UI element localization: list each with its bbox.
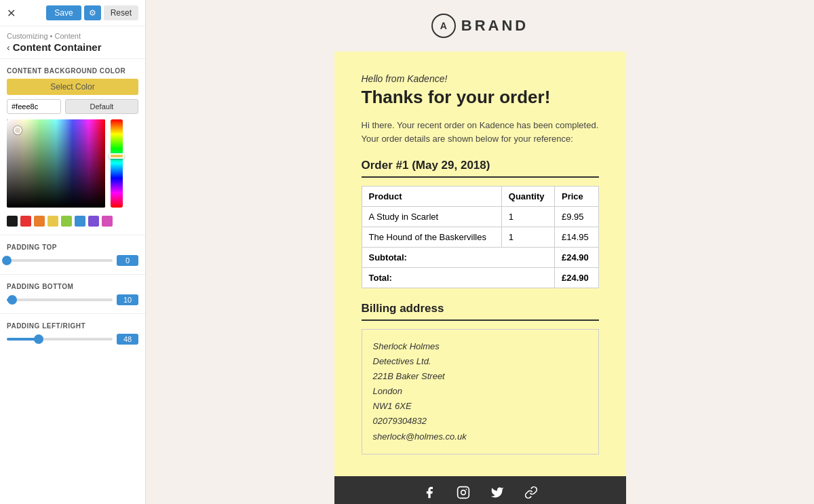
email-container: Hello from Kadence! Thanks for your orde… [334,52,626,476]
subtotal-label: Subtotal: [362,248,555,268]
subtotal-row: Subtotal: £24.90 [362,248,598,268]
instagram-icon[interactable] [457,486,470,503]
email-title: Thanks for your order! [362,87,599,108]
back-arrow-icon[interactable]: ‹ [7,42,10,53]
padding-bottom-section: PADDING BOTTOM 10 [0,274,145,313]
padding-lr-slider-row: 48 [7,334,138,345]
padding-top-slider-row: 0 [7,255,138,266]
panel-back: ‹ Content Container [0,41,145,58]
billing-line-1: Sherlock Holmes [373,339,587,354]
billing-line-3: 221B Baker Street [373,369,587,384]
email-footer [334,476,626,504]
col-product: Product [362,187,501,207]
color-picker-cursor [14,126,22,134]
gear-button[interactable]: ⚙ [84,5,101,20]
close-icon[interactable]: ✕ [7,7,16,20]
svg-point-2 [465,488,467,490]
hue-slider[interactable] [111,119,123,208]
padding-lr-track[interactable] [7,338,113,341]
facebook-icon[interactable] [423,486,436,503]
padding-bottom-thumb[interactable] [7,295,17,305]
swatch-purple[interactable] [88,216,99,227]
svg-point-1 [461,490,465,495]
swatch-yellow[interactable] [47,216,58,227]
panel-title: Content Container [13,41,102,53]
padding-top-section: PADDING TOP 0 [0,235,145,274]
color-picker-row [7,119,138,212]
padding-top-thumb[interactable] [2,256,12,265]
brand-name: BRAND [461,17,528,35]
col-price: Price [555,187,599,207]
row2-price: £14.95 [555,227,599,248]
row1-price: £9.95 [555,207,599,227]
bg-color-label: CONTENT BACKGROUND COLOR [7,67,138,75]
row2-product: The Hound of the Baskervilles [362,227,501,248]
billing-line-6: 02079304832 [373,414,587,429]
main-content: A BRAND Hello from Kadence! Thanks for y… [146,0,814,504]
hex-input[interactable] [7,99,61,114]
padding-lr-value: 48 [117,334,138,345]
padding-lr-section: PADDING LEFT/RIGHT 48 [0,313,145,353]
billing-line-7: sherlock@holmes.co.uk [373,429,587,444]
swatch-red[interactable] [20,216,31,227]
email-body-text: Hi there. Your recent order on Kadence h… [362,119,599,145]
save-button[interactable]: Save [46,5,81,20]
swatch-black[interactable] [7,216,18,227]
order-table: Product Quantity Price A Study in Scarle… [362,186,599,288]
billing-address-box: Sherlock Holmes Detectives Ltd. 221B Bak… [362,329,599,454]
email-hello: Hello from Kadence! [362,73,599,84]
color-picker-area[interactable] [7,119,105,208]
row2-qty: 1 [501,227,554,248]
padding-bottom-value: 10 [117,294,138,305]
total-row: Total: £24.90 [362,268,598,288]
total-label: Total: [362,268,555,288]
breadcrumb: Customizing • Content [0,26,145,41]
svg-rect-0 [457,486,469,498]
padding-bottom-label: PADDING BOTTOM [7,283,138,290]
bg-color-section: CONTENT BACKGROUND COLOR Select Color De… [0,58,145,235]
row1-qty: 1 [501,207,554,227]
swatch-pink[interactable] [102,216,113,227]
color-inputs: Default [7,99,138,114]
padding-top-track[interactable] [7,259,113,262]
padding-bottom-slider-row: 10 [7,294,138,305]
padding-lr-label: PADDING LEFT/RIGHT [7,322,138,330]
hue-handle [109,153,124,159]
color-gradient [7,119,105,208]
total-value: £24.90 [555,268,599,288]
swatch-blue[interactable] [75,216,85,227]
table-row: A Study in Scarlet 1 £9.95 [362,207,598,227]
billing-heading: Billing address [362,302,599,321]
padding-bottom-track[interactable] [7,298,113,301]
left-panel: ✕ Save ⚙ Reset Customizing • Content ‹ C… [0,0,146,504]
color-swatches [7,216,138,227]
swatch-green[interactable] [61,216,72,227]
brand-logo: A [431,14,456,38]
padding-top-value: 0 [117,255,138,266]
default-button[interactable]: Default [65,99,138,114]
padding-top-label: PADDING TOP [7,244,138,251]
row1-product: A Study in Scarlet [362,207,501,227]
subtotal-value: £24.90 [555,248,599,268]
padding-lr-thumb[interactable] [34,334,43,344]
order-heading: Order #1 (May 29, 2018) [362,159,599,178]
link-icon[interactable] [524,486,538,503]
col-quantity: Quantity [501,187,554,207]
topbar-buttons: Save ⚙ Reset [46,5,138,20]
twitter-icon[interactable] [490,486,504,503]
billing-line-2: Detectives Ltd. [373,354,587,369]
panel-topbar: ✕ Save ⚙ Reset [0,0,145,26]
swatch-orange[interactable] [34,216,45,227]
brand-header: A BRAND [431,14,528,38]
reset-button[interactable]: Reset [104,5,138,20]
billing-line-4: London [373,384,587,399]
billing-line-5: NW1 6XE [373,399,587,414]
table-row: The Hound of the Baskervilles 1 £14.95 [362,227,598,248]
select-color-button[interactable]: Select Color [7,79,138,95]
